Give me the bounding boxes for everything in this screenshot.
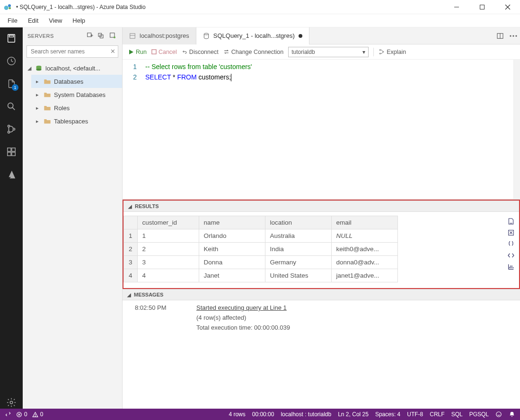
new-connection-icon[interactable] [86,32,95,40]
save-json-icon[interactable] [507,240,516,249]
svg-point-13 [8,131,9,133]
menu-help[interactable]: Help [68,15,90,26]
chart-icon[interactable] [507,263,516,271]
tree-item-tablespaces[interactable]: ▸ Tablespaces [31,114,122,128]
message-link[interactable]: Started executing query at Line 1 [196,304,287,311]
status-encoding[interactable]: UTF-8 [407,411,423,418]
feedback-icon[interactable] [495,411,502,418]
servers-activity-icon[interactable] [5,32,18,44]
tree-item-roles[interactable]: ▸ Roles [31,101,122,114]
status-connection[interactable]: localhost : tutorialdb [281,411,331,418]
cancel-button[interactable]: Cancel [151,49,177,55]
split-editor-icon[interactable] [494,29,507,43]
explorer-activity-icon[interactable]: 1 [5,78,18,90]
close-button[interactable] [499,0,516,14]
table-row[interactable]: 11OrlandoAustraliaNULL [124,229,398,243]
column-header[interactable]: location [265,216,331,229]
server-node[interactable]: ◢ localhost, <default... [23,61,122,75]
cell-customer-id[interactable]: 3 [137,256,199,269]
status-warnings[interactable]: 0 [32,411,44,418]
editor-tab-bar: localhost:postgres SQLQuery_1 - localh..… [123,27,520,44]
clear-search-icon[interactable]: ✕ [110,48,115,55]
column-header[interactable]: email [331,216,397,229]
editor-scrollbar[interactable] [513,60,520,199]
column-header[interactable]: name [199,216,265,229]
search-activity-icon[interactable] [5,100,18,113]
status-language[interactable]: SQL [451,411,463,418]
cell-customer-id[interactable]: 1 [137,229,199,243]
cell-location[interactable]: Australia [265,229,331,243]
svg-line-11 [12,107,15,110]
table-row[interactable]: 22KeithIndiakeith0@adve... [124,243,398,256]
remote-indicator[interactable] [5,411,11,418]
search-server-input[interactable] [26,45,118,58]
status-cursor-position[interactable]: Ln 2, Col 25 [338,411,369,418]
svg-point-10 [8,103,13,108]
cell-customer-id[interactable]: 4 [137,269,199,282]
cell-location[interactable]: Germany [265,256,331,269]
status-errors-count: 0 [24,411,27,418]
window-title: • SQLQuery_1 - localh...stgres) - Azure … [16,4,448,10]
cell-email[interactable]: janet1@adve... [331,269,397,282]
save-csv-icon[interactable] [507,218,516,226]
extensions-activity-icon[interactable] [5,146,18,158]
cell-name[interactable]: Orlando [199,229,265,243]
cell-email[interactable]: NULL [331,229,397,243]
settings-activity-icon[interactable] [5,396,18,409]
folder-icon [44,91,51,98]
editor-area: localhost:postgres SQLQuery_1 - localh..… [123,27,520,409]
tree-item-system-databases[interactable]: ▸ System Databases [31,88,122,101]
messages-panel-header[interactable]: ◢ MESSAGES [123,289,520,300]
save-xml-icon[interactable] [507,252,516,260]
run-label: Run [136,49,147,55]
cell-name[interactable]: Keith [199,243,265,256]
minimize-button[interactable] [448,0,465,14]
chevron-down-icon: ◢ [27,65,32,71]
database-select[interactable]: tutorialdb ▾ [288,47,369,57]
source-control-activity-icon[interactable] [5,123,18,135]
history-activity-icon[interactable] [5,55,18,67]
more-actions-icon[interactable] [507,29,520,43]
results-panel-header[interactable]: ◢ RESULTS [123,201,519,212]
azure-activity-icon[interactable] [5,168,18,181]
cell-customer-id[interactable]: 2 [137,243,199,256]
change-connection-button[interactable]: Change Connection [223,49,284,55]
svg-rect-15 [8,148,11,151]
tab-sqlquery1[interactable]: SQLQuery_1 - localh...stgres) [196,27,309,44]
menu-edit[interactable]: Edit [23,15,43,26]
status-rows[interactable]: 4 rows [229,411,245,418]
menu-file[interactable]: File [3,15,22,26]
maximize-button[interactable] [474,0,491,14]
line-number: 1 [123,61,137,72]
table-row[interactable]: 44JanetUnited Statesjanet1@adve... [124,269,398,282]
save-excel-icon[interactable] [507,229,516,237]
column-header[interactable]: customer_id [137,216,199,229]
notifications-icon[interactable] [509,411,515,418]
cell-name[interactable]: Janet [199,269,265,282]
cell-location[interactable]: United States [265,269,331,282]
status-elapsed[interactable]: 00:00:00 [252,411,274,418]
results-grid[interactable]: customer_id name location email 11Orland… [123,216,398,282]
status-extension[interactable]: PGSQL [469,411,489,418]
disconnect-button[interactable]: Disconnect [182,49,219,55]
status-eol[interactable]: CRLF [430,411,444,418]
table-row[interactable]: 33DonnaGermanydonna0@adv... [124,256,398,269]
change-connection-label: Change Connection [231,49,284,55]
rowheader-corner [124,216,138,229]
chevron-right-icon: ▸ [36,79,41,85]
run-button[interactable]: Run [128,49,147,55]
menu-view[interactable]: View [44,15,67,26]
sql-editor[interactable]: 1 2 -- Select rows from table 'customers… [123,60,513,199]
cell-email[interactable]: donna0@adv... [331,256,397,269]
status-indent[interactable]: Spaces: 4 [375,411,400,418]
new-group-icon[interactable] [97,32,106,40]
tree-item-databases[interactable]: ▸ Databases [31,75,122,88]
cell-name[interactable]: Donna [199,256,265,269]
explain-button[interactable]: Explain [379,49,406,55]
status-errors[interactable]: 0 [16,411,27,418]
cell-location[interactable]: India [265,243,331,256]
cell-email[interactable]: keith0@adve... [331,243,397,256]
results-header-row: customer_id name location email [124,216,398,229]
refresh-icon[interactable] [109,32,117,40]
tab-localhost-postgres[interactable]: localhost:postgres [123,27,196,44]
